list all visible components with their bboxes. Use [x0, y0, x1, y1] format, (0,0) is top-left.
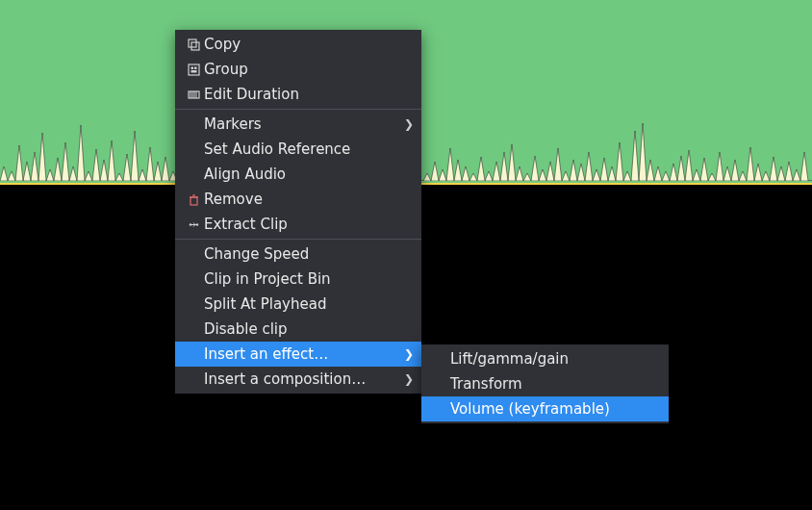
menu-item-clip-in-project-bin[interactable]: Clip in Project Bin	[175, 267, 421, 292]
menu-separator	[175, 239, 421, 240]
menu-item-label: Disable clip	[204, 320, 414, 338]
effect-submenu: Lift/gamma/gainTransformVolume (keyframa…	[421, 344, 669, 423]
menu-separator	[175, 109, 421, 110]
submenu-item-label: Transform	[450, 375, 661, 393]
menu-item-label: Group	[204, 61, 414, 78]
menu-item-label: Edit Duration	[204, 86, 414, 103]
svg-rect-1	[191, 42, 199, 50]
menu-item-split-at-playhead[interactable]: Split At Playhead	[175, 292, 421, 317]
submenu-item-volume-keyframable[interactable]: Volume (keyframable)	[421, 396, 669, 421]
menu-item-edit-duration[interactable]: Edit Duration	[175, 82, 421, 107]
menu-item-extract-clip[interactable]: Extract Clip	[175, 212, 421, 237]
menu-item-label: Markers	[204, 115, 402, 133]
submenu-item-label: Lift/gamma/gain	[450, 350, 661, 368]
menu-item-markers[interactable]: Markers❯	[175, 112, 421, 137]
svg-rect-5	[190, 70, 196, 73]
menu-item-remove[interactable]: Remove	[175, 187, 421, 212]
context-menu: CopyGroupEdit DurationMarkers❯Set Audio …	[175, 30, 421, 394]
menu-item-label: Split At Playhead	[204, 295, 414, 313]
svg-rect-4	[194, 66, 197, 69]
menu-item-disable-clip[interactable]: Disable clip	[175, 317, 421, 342]
menu-item-label: Copy	[204, 36, 414, 53]
menu-item-insert-an-effect[interactable]: Insert an effect…❯	[175, 342, 421, 367]
menu-item-label: Align Audio	[204, 166, 414, 183]
trash-icon	[183, 193, 204, 206]
submenu-item-label: Volume (keyframable)	[450, 400, 661, 418]
menu-item-change-speed[interactable]: Change Speed	[175, 242, 421, 267]
menu-item-label: Change Speed	[204, 245, 414, 263]
menu-item-set-audio-reference[interactable]: Set Audio Reference	[175, 137, 421, 162]
menu-item-align-audio[interactable]: Align Audio	[175, 162, 421, 187]
svg-rect-2	[189, 64, 199, 75]
svg-rect-0	[189, 39, 196, 47]
group-icon	[183, 64, 204, 76]
menu-item-label: Insert an effect…	[204, 345, 402, 363]
submenu-item-transform[interactable]: Transform	[421, 371, 669, 396]
menu-item-insert-a-composition[interactable]: Insert a composition…❯	[175, 367, 421, 392]
menu-item-copy[interactable]: Copy	[175, 32, 421, 57]
svg-rect-3	[190, 66, 193, 69]
submenu-item-lift-gamma-gain[interactable]: Lift/gamma/gain	[421, 346, 669, 371]
menu-item-label: Set Audio Reference	[204, 140, 414, 158]
copy-icon	[183, 38, 204, 51]
chevron-right-icon: ❯	[402, 117, 414, 131]
chevron-right-icon: ❯	[402, 372, 414, 386]
duration-icon	[183, 89, 204, 101]
menu-item-label: Extract Clip	[204, 216, 414, 233]
menu-item-group[interactable]: Group	[175, 57, 421, 82]
menu-item-label: Insert a composition…	[204, 370, 402, 388]
menu-item-label: Remove	[204, 191, 414, 208]
svg-rect-11	[190, 197, 197, 205]
menu-item-label: Clip in Project Bin	[204, 270, 414, 288]
chevron-right-icon: ❯	[402, 347, 414, 361]
extract-icon	[183, 218, 204, 231]
